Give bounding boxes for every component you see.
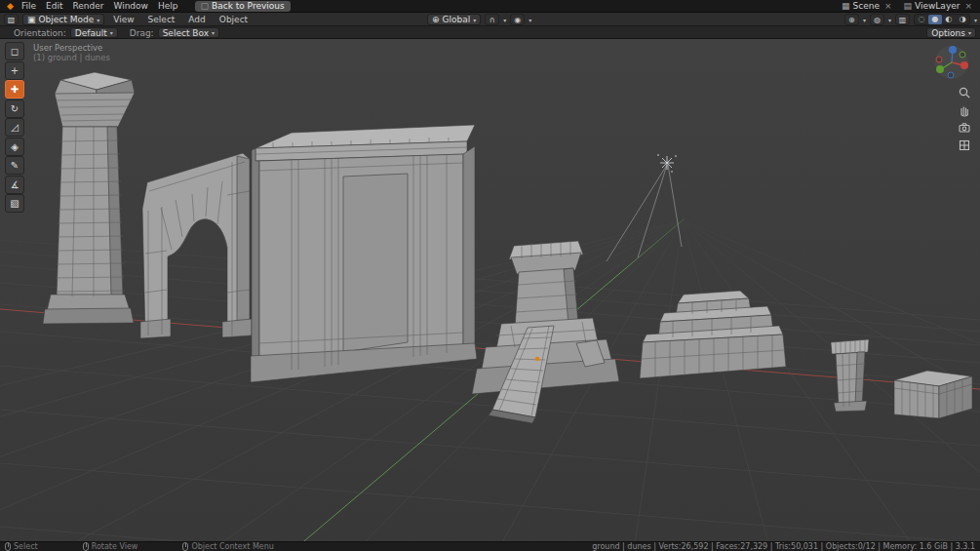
tool-transform-button[interactable]: ◈ (5, 138, 24, 156)
xray-icon: ▥ (899, 16, 907, 24)
menu-edit[interactable]: Edit (41, 0, 67, 13)
orientation-dropdown[interactable]: Default ▾ (70, 27, 118, 38)
mouse-hint-select: Select (5, 542, 38, 551)
mouse-middle-icon (83, 542, 89, 551)
camera-icon (958, 121, 971, 135)
object-mode-icon: ▣ (27, 15, 36, 24)
chevron-down-icon: ▾ (212, 29, 215, 36)
camera-view-button[interactable] (958, 121, 971, 135)
navigation-gizmo[interactable] (934, 45, 969, 82)
pan-button[interactable] (958, 103, 971, 117)
blender-logo-icon[interactable]: ◆ (4, 1, 17, 11)
hand-icon (958, 103, 971, 117)
scene-unlink-button[interactable]: × (882, 1, 894, 11)
tool-rotate-button[interactable]: ↻ (5, 99, 24, 118)
scene-selector[interactable]: ▦ Scene × (842, 1, 894, 11)
menu-view[interactable]: View (108, 14, 138, 26)
gizmo-neg-z-axis (948, 72, 954, 78)
tool-cursor-button[interactable]: + (5, 61, 24, 80)
shading-mode-group: ◌ ● ◐ ◑ (914, 14, 970, 25)
mouse-right-icon (182, 542, 188, 551)
drag-label: Drag: (130, 28, 154, 38)
editor-type-button[interactable]: ▧ (4, 14, 19, 25)
orthographic-toggle-button[interactable] (958, 138, 971, 152)
active-collection-label: (1) ground | dunes (33, 53, 110, 62)
proportional-options-chevron[interactable]: ▾ (529, 17, 531, 23)
viewlayer-selector[interactable]: ▤ ViewLayer × (903, 1, 974, 11)
tool-move-button[interactable]: ✚ (5, 80, 24, 98)
viewlayer-unlink-button[interactable]: × (962, 1, 974, 11)
tool-measure-button[interactable]: ∡ (5, 176, 24, 194)
overlays-icon: ◍ (874, 16, 881, 24)
xray-toggle-button[interactable]: ▥ (895, 14, 910, 25)
rendered-shading-icon: ◑ (959, 15, 965, 23)
tool-add-cube-button[interactable]: ▧ (5, 194, 24, 213)
options-button[interactable]: Options ▾ (926, 27, 976, 38)
scene-icon: ▦ (842, 1, 850, 11)
tool-select-box-button[interactable]: ◻ (5, 42, 24, 60)
blender-window: ◆ File Edit Render Window Help ▢ Back to… (0, 0, 980, 551)
proportional-editing-button[interactable]: ◉ (510, 14, 525, 25)
chevron-down-icon: ▾ (473, 17, 476, 23)
chevron-down-icon: ▾ (968, 29, 971, 36)
magnet-icon: ∩ (490, 16, 495, 24)
gizmo-icon: ⊕ (848, 16, 855, 24)
magnifier-icon (958, 86, 971, 99)
tool-annotate-button[interactable]: ✎ (5, 156, 24, 175)
topbar: ◆ File Edit Render Window Help ▢ Back to… (0, 0, 980, 13)
shading-rendered-button[interactable]: ◑ (956, 15, 969, 24)
shading-solid-button[interactable]: ● (928, 15, 942, 24)
model-monolith[interactable] (251, 125, 477, 382)
mouse-hint-rotate-view: Rotate View (83, 542, 138, 551)
show-gizmo-button[interactable]: ⊕ (844, 14, 859, 25)
orientation-label: Orientation: (14, 28, 66, 38)
viewlayer-icon: ▤ (903, 1, 912, 11)
shading-wireframe-button[interactable]: ◌ (915, 15, 928, 24)
snap-options-chevron[interactable]: ▾ (503, 17, 506, 23)
show-overlays-button[interactable]: ◍ (870, 14, 884, 25)
gizmo-z-axis (949, 46, 957, 54)
shading-material-button[interactable]: ◐ (942, 15, 956, 24)
solid-shading-icon: ● (931, 15, 938, 23)
gizmo-x-axis (960, 61, 968, 69)
gizmo-y-axis (936, 65, 944, 73)
tool-settings-bar: Orientation: Default ▾ Drag: Select Box … (0, 26, 980, 39)
menu-select[interactable]: Select (143, 14, 180, 26)
proportional-editing-icon: ◉ (514, 16, 521, 24)
model-small-building[interactable] (894, 371, 972, 418)
transform-orientation-dropdown[interactable]: ⊕ Global ▾ (427, 14, 481, 25)
menu-render[interactable]: Render (67, 0, 108, 13)
globe-icon: ⊕ (432, 15, 440, 24)
drag-dropdown[interactable]: Select Box ▾ (158, 27, 219, 38)
gizmo-neg-y-axis (960, 52, 965, 58)
snap-toggle-button[interactable]: ∩ (485, 14, 499, 25)
status-bar: Select Rotate View Object Context Menu g… (0, 541, 980, 551)
mouse-hint-context-menu: Object Context Menu (182, 542, 273, 551)
gizmo-neg-x-axis (936, 57, 942, 62)
editor-3d-viewport-icon: ▧ (8, 16, 16, 24)
workspace-icon: ▢ (201, 1, 210, 12)
mouse-left-icon (5, 542, 11, 551)
viewport-header: ▧ ▣ Object Mode ▾ View Select Add Object… (0, 13, 980, 26)
view-perspective-label: User Perspective (33, 43, 102, 53)
tool-scale-button[interactable]: ◿ (5, 118, 24, 137)
menu-object[interactable]: Object (215, 14, 253, 26)
chevron-down-icon: ▾ (110, 29, 113, 36)
menu-file[interactable]: File (17, 0, 41, 13)
mode-dropdown[interactable]: ▣ Object Mode ▾ (22, 14, 104, 25)
object-origin-dot (535, 357, 539, 361)
overlays-options-chevron[interactable]: ▾ (888, 17, 891, 23)
wireframe-icon: ◌ (918, 15, 924, 23)
chevron-down-icon: ▾ (97, 17, 99, 23)
menu-help[interactable]: Help (153, 0, 183, 13)
shading-options-chevron[interactable]: ▾ (974, 17, 977, 23)
gizmo-options-chevron[interactable]: ▾ (863, 17, 866, 23)
viewport-3d[interactable] (0, 0, 980, 551)
menu-add[interactable]: Add (183, 14, 210, 26)
material-preview-icon: ◐ (945, 15, 952, 23)
zoom-button[interactable] (958, 86, 971, 99)
menu-window[interactable]: Window (108, 0, 153, 13)
grid-icon (958, 138, 971, 152)
back-to-previous-button[interactable]: ▢ Back to Previous (195, 1, 291, 12)
scene-statistics: ground | dunes | Verts:26,592 | Faces:27… (592, 542, 975, 551)
